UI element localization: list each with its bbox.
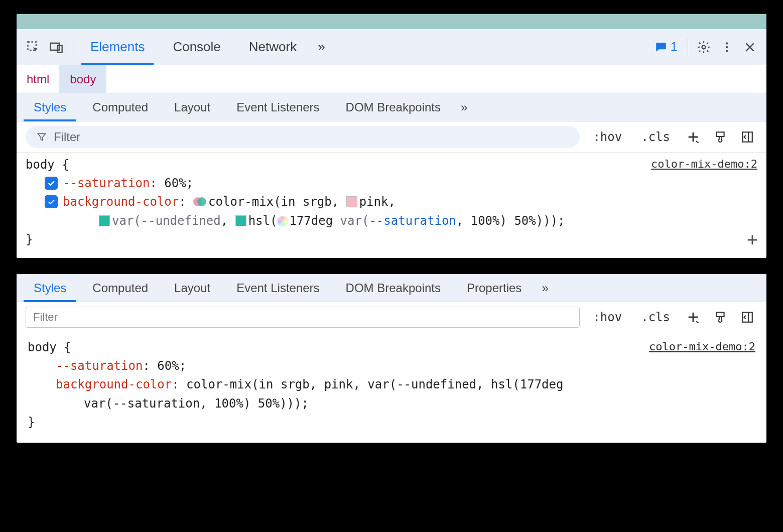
svg-rect-9: [716, 313, 724, 317]
tab-console[interactable]: Console: [159, 29, 234, 65]
new-style-rule-icon[interactable]: [683, 307, 703, 327]
filter-input[interactable]: Filter: [26, 307, 580, 328]
selector[interactable]: body: [28, 340, 57, 354]
main-tab-bar: Elements Console Network » 1: [17, 29, 766, 65]
styles-subtab-bar: Styles Computed Layout Event Listeners D…: [17, 274, 766, 302]
cls-toggle[interactable]: .cls: [635, 130, 676, 144]
devtools-panel-top: Elements Console Network » 1 html body S…: [17, 14, 766, 258]
subtab-more[interactable]: »: [535, 275, 555, 302]
svg-point-4: [726, 42, 728, 44]
page-background-strip: [17, 14, 766, 29]
issues-badge[interactable]: 1: [648, 39, 684, 55]
svg-point-6: [726, 50, 728, 52]
subtab-computed[interactable]: Computed: [79, 93, 161, 121]
subtab-event-listeners[interactable]: Event Listeners: [223, 93, 332, 121]
crumb-body[interactable]: body: [60, 65, 106, 93]
subtab-more[interactable]: »: [454, 93, 474, 121]
tab-elements[interactable]: Elements: [76, 29, 159, 65]
property-name[interactable]: --saturation: [63, 176, 150, 190]
property-value[interactable]: 60%;: [150, 359, 186, 373]
css-rule-block: color-mix-demo:2 body { --saturation: 60…: [17, 153, 766, 258]
subtab-computed[interactable]: Computed: [79, 275, 161, 302]
inspect-element-icon[interactable]: [22, 36, 45, 59]
svg-point-3: [702, 45, 706, 49]
toggle-checkbox[interactable]: [45, 177, 58, 190]
subtab-styles[interactable]: Styles: [21, 275, 79, 302]
source-link[interactable]: color-mix-demo:2: [651, 156, 757, 173]
color-swatch-pink-icon[interactable]: [346, 196, 357, 207]
hov-toggle[interactable]: :hov: [587, 310, 628, 324]
filter-placeholder: Filter: [33, 311, 58, 324]
add-declaration-icon[interactable]: [745, 230, 759, 254]
property-value-cont[interactable]: var(--saturation, 100%) 50%)));: [84, 396, 309, 411]
declaration-background-color[interactable]: background-color: color-mix(in srgb, pin…: [26, 193, 757, 230]
svg-point-5: [726, 46, 728, 48]
selector[interactable]: body: [26, 158, 55, 172]
property-name[interactable]: --saturation: [56, 359, 143, 373]
property-name[interactable]: background-color: [56, 377, 172, 391]
filter-input[interactable]: Filter: [26, 126, 580, 148]
svg-rect-7: [716, 132, 724, 137]
devtools-panel-bottom: Styles Computed Layout Event Listeners D…: [17, 274, 766, 443]
computed-panel-toggle-icon[interactable]: [737, 307, 757, 327]
kebab-menu-icon[interactable]: [715, 36, 738, 59]
dom-breadcrumb: html body: [17, 65, 766, 93]
subtab-properties[interactable]: Properties: [454, 275, 535, 302]
color-swatch-teal-icon[interactable]: [99, 215, 110, 226]
property-name[interactable]: background-color: [63, 195, 179, 209]
cls-toggle[interactable]: .cls: [635, 310, 676, 324]
crumb-html[interactable]: html: [17, 65, 60, 93]
css-rule-block: color-mix-demo:2 body { --saturation: 60…: [17, 333, 766, 443]
hov-toggle[interactable]: :hov: [587, 130, 628, 144]
funnel-icon: [37, 132, 47, 142]
subtab-layout[interactable]: Layout: [161, 275, 223, 302]
divider: [72, 37, 72, 57]
tab-more[interactable]: »: [311, 29, 332, 65]
subtab-dom-breakpoints[interactable]: DOM Breakpoints: [333, 93, 454, 121]
css-var-link[interactable]: --saturation: [369, 214, 456, 228]
device-toolbar-icon[interactable]: [45, 36, 68, 59]
paintbrush-icon[interactable]: [710, 127, 730, 147]
color-mix-swatch-icon[interactable]: [193, 195, 206, 208]
tab-network[interactable]: Network: [235, 29, 311, 65]
property-value[interactable]: color-mix(in srgb, pink, var(--undefined…: [179, 377, 564, 391]
subtab-styles[interactable]: Styles: [21, 93, 79, 121]
new-style-rule-icon[interactable]: [683, 127, 703, 147]
issues-count: 1: [671, 39, 678, 55]
hue-wheel-icon[interactable]: [277, 216, 288, 227]
close-icon[interactable]: [738, 36, 761, 59]
subtab-dom-breakpoints[interactable]: DOM Breakpoints: [333, 275, 454, 302]
toggle-checkbox[interactable]: [45, 195, 58, 208]
styles-filter-bar: Filter :hov .cls: [17, 302, 766, 333]
computed-panel-toggle-icon[interactable]: [737, 127, 757, 147]
divider: [688, 37, 688, 57]
property-value[interactable]: 60%;: [157, 176, 193, 190]
subtab-event-listeners[interactable]: Event Listeners: [223, 275, 332, 302]
styles-filter-bar: Filter :hov .cls: [17, 121, 766, 153]
filter-placeholder: Filter: [54, 130, 80, 144]
styles-subtab-bar: Styles Computed Layout Event Listeners D…: [17, 93, 766, 121]
subtab-layout[interactable]: Layout: [161, 93, 223, 121]
declaration-saturation[interactable]: --saturation: 60%;: [26, 174, 757, 193]
settings-gear-icon[interactable]: [692, 36, 715, 59]
color-swatch-teal-icon[interactable]: [235, 215, 246, 226]
paintbrush-icon[interactable]: [710, 307, 730, 327]
source-link[interactable]: color-mix-demo:2: [649, 338, 755, 355]
